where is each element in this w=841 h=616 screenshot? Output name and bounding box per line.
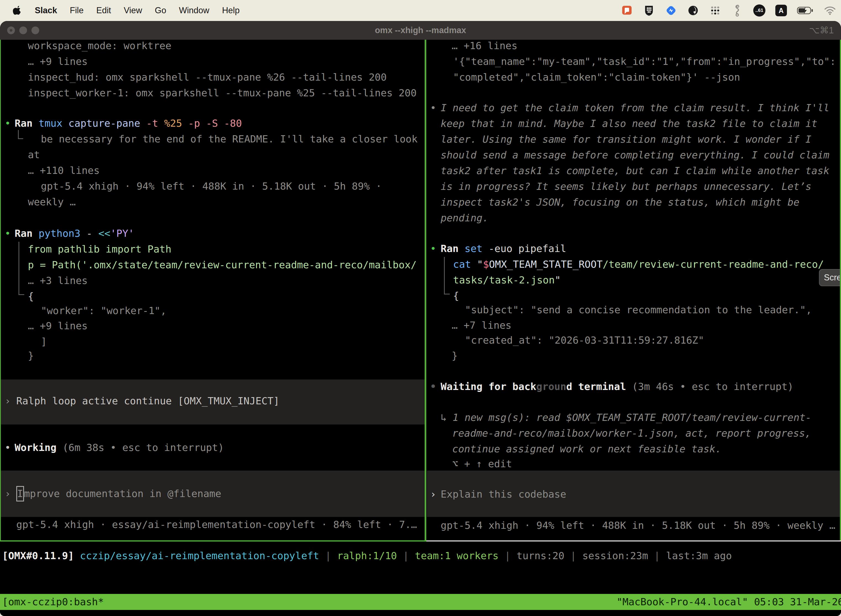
input-source-icon[interactable]: A (775, 5, 787, 16)
terminal-line: › (5, 393, 11, 409)
pane-divider[interactable] (425, 40, 426, 540)
leader-pane[interactable]: workspace_mode: worktree… +9 linesinspec… (1, 40, 425, 541)
text-segment: "created_at": "2026-03-31T11:59:27.816Z" (465, 334, 704, 346)
text-segment: { (28, 290, 34, 302)
status-segment: session:23m (582, 550, 648, 561)
battery-icon[interactable] (797, 4, 814, 16)
text-segment: • (5, 117, 11, 129)
menu-item-go[interactable]: Go (155, 6, 166, 15)
text-segment: " (477, 259, 483, 270)
text-segment: be necessary for the end of the README. … (41, 133, 418, 145)
terminal-line: pending. (441, 210, 488, 226)
terminal-line: gpt-5.4 xhigh · 94% left · 488K in · 5.1… (441, 518, 835, 533)
text-segment: gpt-5.4 xhigh · 94% left · 488K in · 5.1… (41, 180, 382, 192)
status-segment: ralph:1/10 (337, 550, 397, 561)
terminal-line: Ralph loop active continue [OMX_TMUX_INJ… (16, 393, 280, 409)
terminal-line: be necessary for the end of the README. … (41, 131, 418, 147)
status-segment: turns:20 (517, 550, 564, 561)
terminal-line: } (452, 348, 458, 364)
terminal-line: … +9 lines (28, 318, 88, 334)
menu-item-help[interactable]: Help (222, 6, 240, 15)
block-connector (19, 242, 24, 295)
text-segment: • (5, 228, 11, 239)
terminal-line: keep that in mind. Maybe I also need the… (441, 116, 817, 131)
terminal-line: • (5, 440, 11, 455)
navigation-app-icon[interactable] (665, 4, 677, 16)
apple-menu-icon[interactable] (13, 5, 22, 16)
tmux-session-label: [omx-cczip0:bash* (2, 594, 104, 610)
terminal-line: p = Path('.omx/state/team/review-current… (28, 257, 417, 273)
squiggle-icon[interactable] (731, 4, 743, 16)
text-segment: set (464, 243, 489, 254)
text-segment: from pathlib import Path (28, 243, 171, 255)
terminal-line: gpt-5.4 xhigh · 94% left · 488K in · 5.1… (41, 178, 382, 194)
text-segment: workspace_mode: worktree (28, 40, 171, 51)
text-segment: -p -S -80 (188, 117, 242, 129)
text-segment: p = Path('.omx/state/team/review-current… (28, 259, 417, 270)
text-segment: %25 (164, 117, 188, 129)
terminal-line: at (28, 147, 40, 163)
text-segment: "worker": "worker-1", (41, 305, 166, 316)
terminal-line: weekly … (28, 194, 76, 210)
terminal-line: • (5, 115, 11, 131)
terminal-line: gpt-5.4 xhigh · essay/ai-reimplementatio… (16, 517, 417, 532)
terminal-line: › (5, 486, 11, 502)
terminal-line: { (28, 288, 34, 304)
terminal-line: ⌥ + ↑ edit (452, 456, 512, 472)
wifi-icon[interactable] (824, 4, 836, 16)
terminal-line: later. Using the same for transition mig… (441, 131, 812, 147)
text-segment: … +110 lines (28, 165, 100, 176)
status-segment: last:3m ago (666, 550, 732, 561)
text-segment: -euo pipefail (488, 243, 566, 254)
terminal-line: "completed","claim_token":"claim-token"}… (453, 69, 740, 85)
text-segment: keep that in mind. Maybe I also need the… (441, 118, 817, 129)
text-segment: capture-pane (69, 117, 146, 129)
shield-app-icon[interactable] (643, 4, 655, 16)
menu-item-window[interactable]: Window (179, 6, 209, 15)
terminal-line: Ran python3 - <<'PY' (15, 226, 134, 241)
text-segment: … +16 lines (452, 40, 517, 51)
badge-61-label: ..61 (756, 8, 763, 13)
terminal-line: '{"team_name":"my-team","task_id":"1","f… (453, 54, 836, 69)
terminal-line: { (453, 288, 459, 304)
text-segment: -t (146, 117, 164, 129)
omx-session-statusline: [OMX#0.11.9] cczip/essay/ai-reimplementa… (2, 548, 732, 563)
worker-pane[interactable]: … +16 lines'{"team_name":"my-team","task… (427, 40, 840, 541)
text-segment: › (5, 395, 11, 406)
terminal-line: continue assigned work or next feasible … (452, 441, 721, 457)
menu-item-edit[interactable]: Edit (96, 6, 111, 15)
terminal-line: › (430, 486, 436, 502)
text-segment: • (430, 102, 436, 113)
terminal-line: … +9 lines (28, 54, 88, 69)
terminal-window: omx --xhigh --madmax ⌥⌘1 workspace_mode:… (0, 21, 841, 616)
terminal-line: from pathlib import Path (28, 241, 171, 257)
badge-61-icon[interactable]: ..61 (753, 4, 765, 16)
status-segment: | (648, 550, 666, 561)
menu-item-file[interactable]: File (70, 6, 84, 15)
text-segment: python3 (39, 228, 86, 239)
terminal-line: "worker": "worker-1", (41, 303, 166, 318)
pane-shortcut-label: ⌥⌘1 (809, 21, 834, 40)
text-segment: at (28, 149, 40, 160)
menu-item-view[interactable]: View (124, 6, 142, 15)
text-segment: /team/review-current-readme-and-reco/ (603, 259, 824, 270)
terminal-line: … +16 lines (452, 40, 517, 54)
text-segment: ↳ 1 new msg(s): read $OMX_TEAM_STATE_ROO… (441, 412, 812, 423)
dots-grid-icon[interactable] (709, 4, 721, 16)
text-segment: … +9 lines (28, 320, 88, 331)
terminal-line: workspace_mode: worktree (28, 40, 171, 54)
block-connector (18, 130, 23, 139)
status-segment (74, 550, 80, 561)
text-segment: Ran (15, 228, 39, 239)
chat-app-icon[interactable] (621, 4, 633, 16)
text-segment: groun (536, 381, 566, 392)
status-segment: | (498, 550, 517, 561)
text-segment: (3m 46s • esc to interrupt) (632, 381, 794, 392)
crescent-app-icon[interactable] (687, 4, 699, 16)
text-segment: "completed","claim_token":"claim-token"}… (453, 72, 740, 83)
text-segment: … +3 lines (28, 275, 88, 286)
text-segment: 'PY' (110, 228, 134, 239)
menu-item-slack[interactable]: Slack (35, 6, 57, 15)
text-segment: ⌥ + ↑ edit (452, 458, 512, 469)
terminal-area: workspace_mode: worktree… +9 linesinspec… (0, 40, 841, 541)
